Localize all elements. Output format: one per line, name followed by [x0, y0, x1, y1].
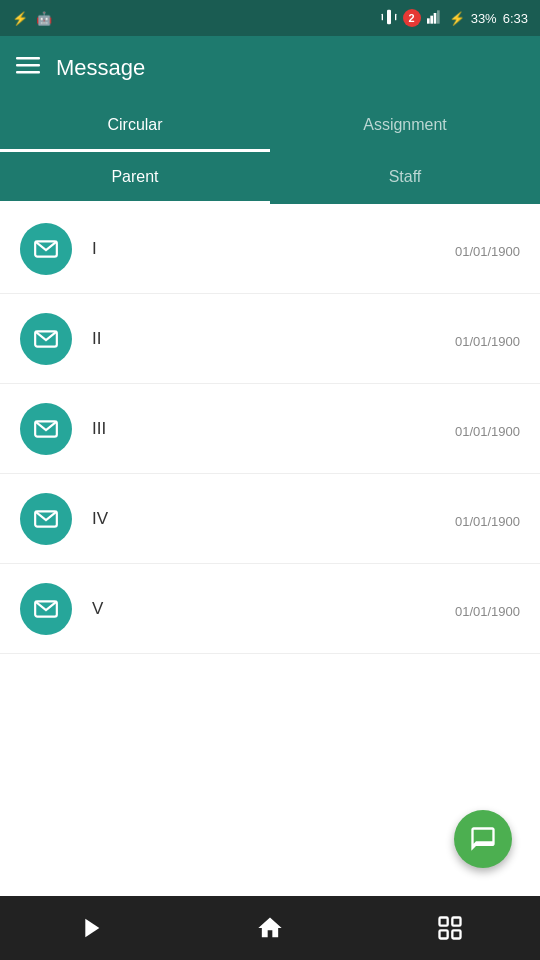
tab-staff[interactable]: Staff	[270, 152, 540, 204]
svg-rect-6	[437, 10, 440, 23]
tab-parent[interactable]: Parent	[0, 152, 270, 204]
mail-icon-3	[20, 403, 72, 455]
svg-rect-1	[381, 13, 382, 20]
svg-rect-0	[387, 9, 391, 24]
hamburger-menu-icon[interactable]	[16, 53, 40, 83]
svg-rect-3	[427, 18, 430, 23]
signal-icon	[427, 9, 443, 28]
time-display: 6:33	[503, 11, 528, 26]
message-list: I 01/01/1900 II 01/01/1900	[0, 204, 540, 896]
item-date-3: 01/01/1900	[455, 424, 520, 439]
svg-rect-17	[452, 918, 460, 926]
mail-icon-4	[20, 493, 72, 545]
item-title-4: IV	[92, 509, 108, 529]
item-date-2: 01/01/1900	[455, 334, 520, 349]
compose-fab-button[interactable]	[454, 810, 512, 868]
mail-icon-1	[20, 223, 72, 275]
svg-rect-4	[430, 15, 433, 23]
recents-button[interactable]	[420, 898, 480, 958]
page-title: Message	[56, 55, 145, 81]
status-bar: ⚡ 🤖 2 ⚡ 33% 6:33	[0, 0, 540, 36]
status-icons-right: 2 ⚡ 33% 6:33	[381, 9, 528, 28]
list-item[interactable]: I 01/01/1900	[0, 204, 540, 294]
svg-rect-18	[440, 930, 448, 938]
usb-icon: ⚡	[12, 11, 28, 26]
list-item[interactable]: V 01/01/1900	[0, 564, 540, 654]
home-button[interactable]	[240, 898, 300, 958]
lightning-icon: ⚡	[449, 11, 465, 26]
list-item[interactable]: III 01/01/1900	[0, 384, 540, 474]
tab-circular[interactable]: Circular	[0, 100, 270, 152]
svg-rect-7	[16, 57, 40, 60]
bottom-navigation	[0, 896, 540, 960]
mail-icon-2	[20, 313, 72, 365]
item-date-1: 01/01/1900	[455, 244, 520, 259]
tab-assignment[interactable]: Assignment	[270, 100, 540, 152]
svg-rect-16	[440, 918, 448, 926]
status-icons-left: ⚡ 🤖	[12, 11, 52, 26]
item-date-5: 01/01/1900	[455, 604, 520, 619]
svg-rect-5	[433, 13, 436, 24]
secondary-tab-bar: Parent Staff	[0, 152, 540, 204]
android-icon: 🤖	[36, 11, 52, 26]
item-title-5: V	[92, 599, 103, 619]
vibrate-icon	[381, 9, 397, 28]
list-item[interactable]: II 01/01/1900	[0, 294, 540, 384]
svg-rect-8	[16, 64, 40, 67]
svg-rect-2	[395, 13, 396, 20]
item-title-1: I	[92, 239, 97, 259]
battery-text: 33%	[471, 11, 497, 26]
item-title-2: II	[92, 329, 101, 349]
app-header: Message	[0, 36, 540, 100]
list-item[interactable]: IV 01/01/1900	[0, 474, 540, 564]
primary-tab-bar: Circular Assignment	[0, 100, 540, 152]
mail-icon-5	[20, 583, 72, 635]
badge-2: 2	[403, 9, 421, 27]
svg-marker-15	[85, 919, 99, 938]
svg-rect-19	[452, 930, 460, 938]
back-button[interactable]	[60, 898, 120, 958]
svg-rect-9	[16, 71, 40, 74]
item-date-4: 01/01/1900	[455, 514, 520, 529]
item-title-3: III	[92, 419, 106, 439]
